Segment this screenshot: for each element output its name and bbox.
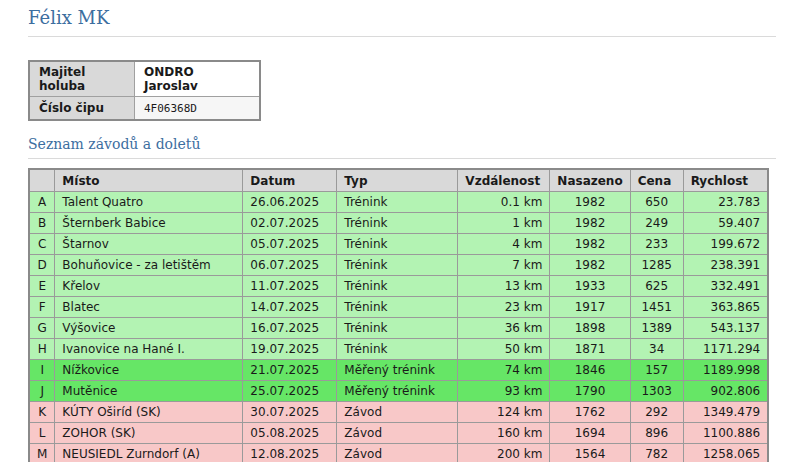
row-letter-cell: A	[29, 192, 55, 213]
race-row: D Bohuňovice - za letištěm 06.07.2025 Tr…	[29, 255, 768, 276]
race-row: E Křelov 11.07.2025 Trénink 13 km 1933 6…	[29, 276, 768, 297]
price-cell: 625	[630, 276, 683, 297]
entered-cell: 1982	[550, 192, 630, 213]
date-cell: 25.07.2025	[243, 381, 337, 402]
owner-value: ONDRO Jaroslav	[135, 61, 261, 97]
type-cell: Trénink	[337, 255, 458, 276]
race-row: J Mutěnice 25.07.2025 Měřený trénink 93 …	[29, 381, 768, 402]
place-cell: Štarnov	[55, 234, 243, 255]
date-cell: 16.07.2025	[243, 318, 337, 339]
type-cell: Trénink	[337, 234, 458, 255]
place-cell: Křelov	[55, 276, 243, 297]
price-cell: 249	[630, 213, 683, 234]
distance-cell: 7 km	[458, 255, 550, 276]
entered-cell: 1762	[550, 402, 630, 423]
col-header-speed: Rychlost	[683, 169, 768, 192]
place-cell: Blatec	[55, 297, 243, 318]
speed-cell: 1349.479	[683, 402, 768, 423]
race-row: B Šternberk Babice 02.07.2025 Trénink 1 …	[29, 213, 768, 234]
race-table-header-row: Místo Datum Typ Vzdálenost Nasazeno Cena…	[29, 169, 768, 192]
speed-cell: 363.865	[683, 297, 768, 318]
race-row: L ZOHOR (SK) 05.08.2025 Závod 160 km 169…	[29, 423, 768, 444]
entered-cell: 1564	[550, 444, 630, 462]
price-cell: 292	[630, 402, 683, 423]
date-cell: 02.07.2025	[243, 213, 337, 234]
price-cell: 782	[630, 444, 683, 462]
row-letter-cell: E	[29, 276, 55, 297]
race-results-table: Místo Datum Typ Vzdálenost Nasazeno Cena…	[28, 168, 769, 462]
speed-cell: 238.391	[683, 255, 768, 276]
entered-cell: 1694	[550, 423, 630, 444]
col-header-type: Typ	[337, 169, 458, 192]
chip-value: 4F06368D	[135, 97, 261, 121]
info-row-owner: Majitel holuba ONDRO Jaroslav	[29, 61, 260, 97]
entered-cell: 1898	[550, 318, 630, 339]
row-letter-cell: K	[29, 402, 55, 423]
distance-cell: 13 km	[458, 276, 550, 297]
place-cell: Mutěnice	[55, 381, 243, 402]
date-cell: 12.08.2025	[243, 444, 337, 462]
race-row: M NEUSIEDL Zurndorf (A) 12.08.2025 Závod…	[29, 444, 768, 462]
price-cell: 34	[630, 339, 683, 360]
speed-cell: 332.491	[683, 276, 768, 297]
info-row-chip: Číslo čipu 4F06368D	[29, 97, 260, 121]
price-cell: 896	[630, 423, 683, 444]
place-cell: Ivanovice na Hané I.	[55, 339, 243, 360]
date-cell: 26.06.2025	[243, 192, 337, 213]
race-row: I Nížkovice 21.07.2025 Měřený trénink 74…	[29, 360, 768, 381]
distance-cell: 36 km	[458, 318, 550, 339]
row-letter-cell: F	[29, 297, 55, 318]
distance-cell: 124 km	[458, 402, 550, 423]
price-cell: 650	[630, 192, 683, 213]
speed-cell: 1100.886	[683, 423, 768, 444]
type-cell: Trénink	[337, 297, 458, 318]
row-letter-cell: L	[29, 423, 55, 444]
entered-cell: 1871	[550, 339, 630, 360]
speed-cell: 543.137	[683, 318, 768, 339]
price-cell: 1285	[630, 255, 683, 276]
distance-cell: 0.1 km	[458, 192, 550, 213]
type-cell: Měřený trénink	[337, 381, 458, 402]
col-header-date: Datum	[243, 169, 337, 192]
row-letter-cell: I	[29, 360, 55, 381]
row-letter-cell: G	[29, 318, 55, 339]
type-cell: Trénink	[337, 339, 458, 360]
col-header-letter	[29, 169, 55, 192]
place-cell: Výšovice	[55, 318, 243, 339]
price-cell: 233	[630, 234, 683, 255]
race-row: G Výšovice 16.07.2025 Trénink 36 km 1898…	[29, 318, 768, 339]
place-cell: KÚTY Oširíd (SK)	[55, 402, 243, 423]
type-cell: Závod	[337, 444, 458, 462]
place-cell: NEUSIEDL Zurndorf (A)	[55, 444, 243, 462]
speed-cell: 23.783	[683, 192, 768, 213]
entered-cell: 1846	[550, 360, 630, 381]
place-cell: ZOHOR (SK)	[55, 423, 243, 444]
type-cell: Trénink	[337, 318, 458, 339]
distance-cell: 23 km	[458, 297, 550, 318]
speed-cell: 902.806	[683, 381, 768, 402]
price-cell: 1451	[630, 297, 683, 318]
type-cell: Měřený trénink	[337, 360, 458, 381]
entered-cell: 1790	[550, 381, 630, 402]
row-letter-cell: B	[29, 213, 55, 234]
owner-label: Majitel holuba	[29, 61, 135, 97]
type-cell: Závod	[337, 402, 458, 423]
distance-cell: 200 km	[458, 444, 550, 462]
distance-cell: 160 km	[458, 423, 550, 444]
distance-cell: 1 km	[458, 213, 550, 234]
col-header-place: Místo	[55, 169, 243, 192]
page-title: Félix MK	[28, 6, 776, 37]
col-header-distance: Vzdálenost	[458, 169, 550, 192]
type-cell: Trénink	[337, 276, 458, 297]
entered-cell: 1933	[550, 276, 630, 297]
date-cell: 30.07.2025	[243, 402, 337, 423]
entered-cell: 1982	[550, 213, 630, 234]
distance-cell: 74 km	[458, 360, 550, 381]
row-letter-cell: M	[29, 444, 55, 462]
place-cell: Nížkovice	[55, 360, 243, 381]
row-letter-cell: C	[29, 234, 55, 255]
race-row: A Talent Quatro 26.06.2025 Trénink 0.1 k…	[29, 192, 768, 213]
place-cell: Talent Quatro	[55, 192, 243, 213]
date-cell: 05.08.2025	[243, 423, 337, 444]
row-letter-cell: J	[29, 381, 55, 402]
